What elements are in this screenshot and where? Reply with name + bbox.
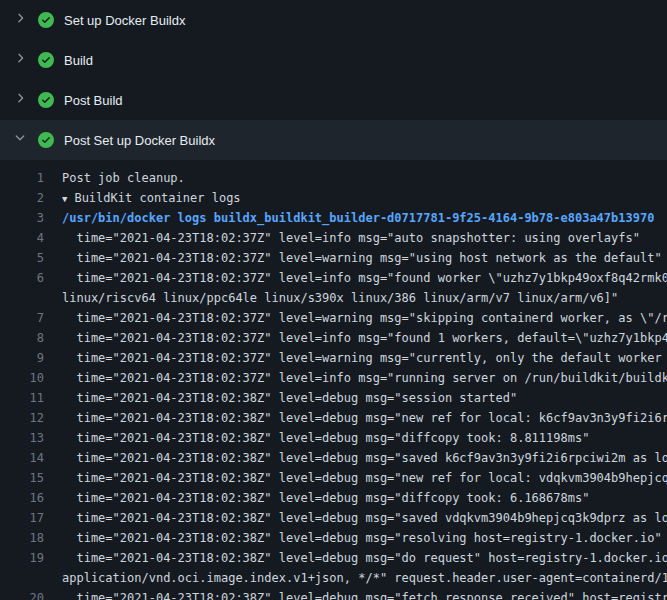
log-line: 9 time="2021-04-23T18:02:37Z" level=warn… <box>0 348 667 368</box>
log-line-content: time="2021-04-23T18:02:37Z" level=info m… <box>62 371 667 385</box>
log-line-content: time="2021-04-23T18:02:38Z" level=debug … <box>62 391 517 405</box>
log-line-text: time="2021-04-23T18:02:37Z" level=info m… <box>62 368 667 388</box>
log-line-content: application/vnd.oci.image.index.v1+json,… <box>62 571 667 585</box>
log-line: 3 /usr/bin/docker logs buildx_buildkit_b… <box>0 208 667 228</box>
log-line-number[interactable]: 16 <box>0 488 44 508</box>
log-line-text: time="2021-04-23T18:02:38Z" level=debug … <box>62 428 589 448</box>
chevron-right-icon <box>13 91 27 109</box>
section-title: Build <box>64 53 93 68</box>
section-header-build[interactable]: Build <box>0 40 667 80</box>
log-line-content: time="2021-04-23T18:02:37Z" level=warnin… <box>62 311 667 325</box>
log-line-text: time="2021-04-23T18:02:37Z" level=warnin… <box>62 308 667 328</box>
log-section: Build <box>0 40 667 80</box>
chevron-right-icon <box>13 51 27 69</box>
log-line: linux/riscv64 linux/ppc64le linux/s390x … <box>0 288 667 308</box>
log-line-content: time="2021-04-23T18:02:37Z" level=info m… <box>62 331 667 345</box>
log-line-number[interactable] <box>0 568 44 588</box>
log-line: 15 time="2021-04-23T18:02:38Z" level=deb… <box>0 468 667 488</box>
log-line-content: /usr/bin/docker logs buildx_buildkit_bui… <box>62 211 654 225</box>
log-line: 16 time="2021-04-23T18:02:38Z" level=deb… <box>0 488 667 508</box>
log-line-number[interactable]: 13 <box>0 428 44 448</box>
log-line: 8 time="2021-04-23T18:02:37Z" level=info… <box>0 328 667 348</box>
log-line: 20 time="2021-04-23T18:02:38Z" level=deb… <box>0 588 667 600</box>
log-line-content: time="2021-04-23T18:02:37Z" level=warnin… <box>62 251 662 265</box>
log-line-number[interactable]: 10 <box>0 368 44 388</box>
log-line-number[interactable]: 12 <box>0 408 44 428</box>
log-line-content: time="2021-04-23T18:02:38Z" level=debug … <box>62 431 589 445</box>
log-line-text: time="2021-04-23T18:02:37Z" level=warnin… <box>62 348 667 368</box>
log-area: 1 Post job cleanup. 2 ▼BuildKit containe… <box>0 160 667 600</box>
log-line: application/vnd.oci.image.index.v1+json,… <box>0 568 667 588</box>
chevron-down-icon <box>13 131 27 149</box>
log-line-content: Post job cleanup. <box>62 171 185 185</box>
log-line-number[interactable]: 7 <box>0 308 44 328</box>
log-line-content: time="2021-04-23T18:02:38Z" level=debug … <box>62 491 589 505</box>
log-line-text: time="2021-04-23T18:02:37Z" level=warnin… <box>62 248 662 268</box>
log-line-text: time="2021-04-23T18:02:38Z" level=debug … <box>62 448 667 468</box>
log-line-number[interactable]: 5 <box>0 248 44 268</box>
log-line-number[interactable]: 8 <box>0 328 44 348</box>
log-line-text: time="2021-04-23T18:02:38Z" level=debug … <box>62 548 667 568</box>
log-line: 5 time="2021-04-23T18:02:37Z" level=warn… <box>0 248 667 268</box>
section-chevron <box>12 12 28 28</box>
log-line-number[interactable]: 11 <box>0 388 44 408</box>
log-line: 17 time="2021-04-23T18:02:38Z" level=deb… <box>0 508 667 528</box>
log-line-content: BuildKit container logs <box>74 191 240 205</box>
log-line-number[interactable]: 19 <box>0 548 44 568</box>
log-line: 1 Post job cleanup. <box>0 168 667 188</box>
log-line-content: time="2021-04-23T18:02:37Z" level=info m… <box>62 231 640 245</box>
log-line-content: time="2021-04-23T18:02:38Z" level=debug … <box>62 471 667 485</box>
check-circle-icon <box>38 92 54 108</box>
log-line-number[interactable] <box>0 288 44 308</box>
section-header-post-set-up-docker-buildx[interactable]: Post Set up Docker Buildx <box>0 120 667 160</box>
log-line-number[interactable]: 14 <box>0 448 44 468</box>
log-line-content: linux/riscv64 linux/ppc64le linux/s390x … <box>62 291 618 305</box>
log-line-text: application/vnd.oci.image.index.v1+json,… <box>62 568 667 588</box>
log-line: 2 ▼BuildKit container logs <box>0 188 667 208</box>
section-chevron <box>12 132 28 148</box>
log-line-text: time="2021-04-23T18:02:38Z" level=debug … <box>62 388 517 408</box>
log-line-number[interactable]: 4 <box>0 228 44 248</box>
log-line-number[interactable]: 1 <box>0 168 44 188</box>
check-circle-icon <box>38 12 54 28</box>
log-section: Post Set up Docker Buildx 1 Post job cle… <box>0 120 667 600</box>
log-line-number[interactable]: 6 <box>0 268 44 288</box>
log-line: 10 time="2021-04-23T18:02:37Z" level=inf… <box>0 368 667 388</box>
log-line: 13 time="2021-04-23T18:02:38Z" level=deb… <box>0 428 667 448</box>
log-line-number[interactable]: 18 <box>0 528 44 548</box>
log-section: Post Build <box>0 80 667 120</box>
log-line-content: time="2021-04-23T18:02:37Z" level=info m… <box>62 271 667 285</box>
log-line-text: time="2021-04-23T18:02:38Z" level=debug … <box>62 468 667 488</box>
log-line-number[interactable]: 15 <box>0 468 44 488</box>
log-line-text: /usr/bin/docker logs buildx_buildkit_bui… <box>62 208 654 228</box>
log-line-text: time="2021-04-23T18:02:38Z" level=debug … <box>62 528 662 548</box>
log-line-text: linux/riscv64 linux/ppc64le linux/s390x … <box>62 288 618 308</box>
log-line-text: time="2021-04-23T18:02:38Z" level=debug … <box>62 408 667 428</box>
section-header-set-up-docker-buildx[interactable]: Set up Docker Buildx <box>0 0 667 40</box>
log-line: 19 time="2021-04-23T18:02:38Z" level=deb… <box>0 548 667 568</box>
section-title: Post Build <box>64 93 123 108</box>
check-circle-icon <box>38 132 54 148</box>
log-line-text: time="2021-04-23T18:02:38Z" level=debug … <box>62 588 667 600</box>
log-line-content: time="2021-04-23T18:02:38Z" level=debug … <box>62 451 667 465</box>
log-line-text: time="2021-04-23T18:02:37Z" level=info m… <box>62 328 667 348</box>
log-line: 11 time="2021-04-23T18:02:38Z" level=deb… <box>0 388 667 408</box>
log-line-text: ▼BuildKit container logs <box>62 188 241 208</box>
log-line-number[interactable]: 2 <box>0 188 44 208</box>
log-group-caret-icon[interactable]: ▼ <box>62 189 67 208</box>
log-line-content: time="2021-04-23T18:02:38Z" level=debug … <box>62 411 667 425</box>
log-line: 6 time="2021-04-23T18:02:37Z" level=info… <box>0 268 667 288</box>
section-chevron <box>12 92 28 108</box>
log-line-number[interactable]: 17 <box>0 508 44 528</box>
section-header-post-build[interactable]: Post Build <box>0 80 667 120</box>
log-line-content: time="2021-04-23T18:02:38Z" level=debug … <box>62 531 662 545</box>
log-line: 4 time="2021-04-23T18:02:37Z" level=info… <box>0 228 667 248</box>
log-line-number[interactable]: 9 <box>0 348 44 368</box>
log-line: 18 time="2021-04-23T18:02:38Z" level=deb… <box>0 528 667 548</box>
log-line-number[interactable]: 20 <box>0 588 44 600</box>
log-line-number[interactable]: 3 <box>0 208 44 228</box>
log-line-text: time="2021-04-23T18:02:37Z" level=info m… <box>62 268 667 288</box>
log-line-text: time="2021-04-23T18:02:38Z" level=debug … <box>62 488 589 508</box>
chevron-right-icon <box>13 11 27 29</box>
section-title: Set up Docker Buildx <box>64 13 185 28</box>
